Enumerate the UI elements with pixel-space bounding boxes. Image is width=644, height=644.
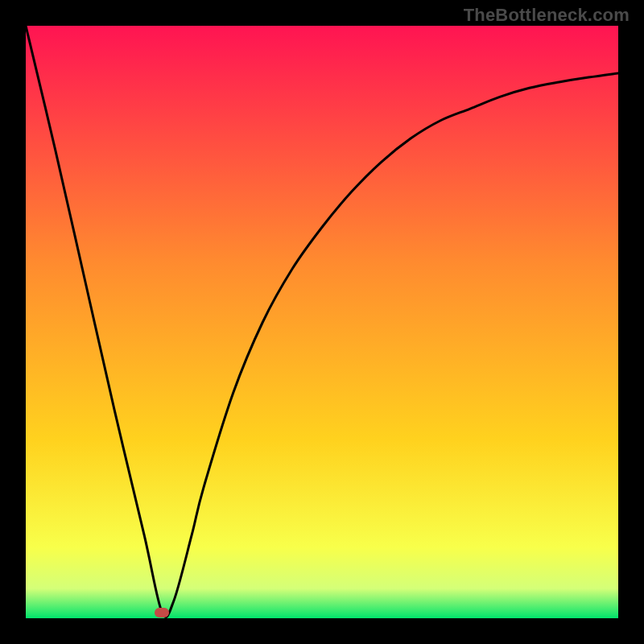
chart-frame: TheBottleneck.com bbox=[0, 0, 644, 644]
bottleneck-curve bbox=[26, 26, 618, 617]
minimum-marker bbox=[155, 608, 169, 617]
watermark-text: TheBottleneck.com bbox=[464, 5, 630, 26]
curve-layer bbox=[26, 26, 618, 618]
plot-area bbox=[26, 26, 618, 618]
